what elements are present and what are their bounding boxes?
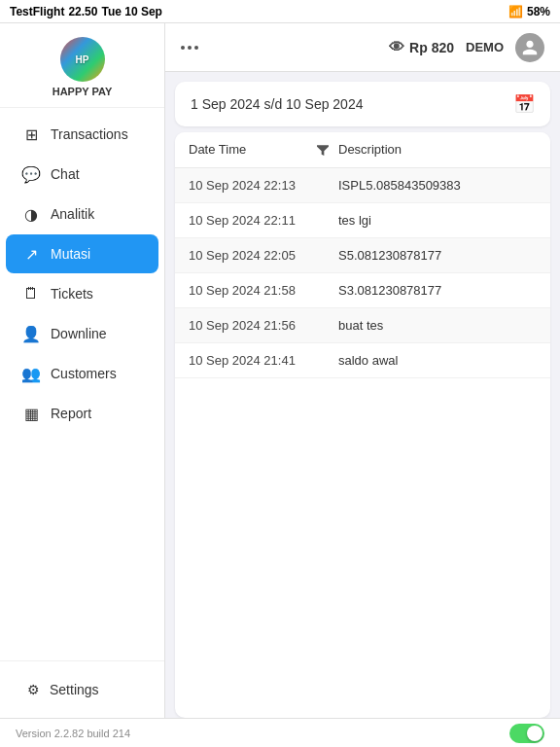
sidebar-label-analitik: Analitik	[51, 206, 94, 222]
row-description: tes lgi	[338, 213, 537, 228]
sidebar-label-chat: Chat	[51, 166, 80, 182]
battery-label: 58%	[527, 5, 550, 18]
customers-icon: 👥	[21, 364, 41, 383]
table-row[interactable]: 10 Sep 2024 21:56 buat tes	[175, 308, 550, 343]
settings-label: Settings	[50, 682, 99, 697]
table-body: 10 Sep 2024 22:13 ISPL5.085843509383 10 …	[175, 168, 550, 378]
sidebar-item-report[interactable]: ▦ Report	[6, 394, 158, 433]
row-datetime: 10 Sep 2024 22:11	[189, 213, 338, 228]
dot3	[194, 46, 198, 50]
sidebar-nav: ⊞ Transactions 💬 Chat ◑ Analitik ↗ Mutas…	[0, 108, 164, 660]
filter-icon[interactable]	[315, 142, 338, 158]
status-left: TestFlight 22.50 Tue 10 Sep	[10, 5, 162, 18]
content-area: 👁 Rp 820 DEMO 1 Sep 2024 s/d 10 Sep 2024…	[165, 23, 560, 718]
app-name: HAPPY PAY	[52, 86, 113, 97]
chat-icon: 💬	[21, 164, 41, 184]
app-name-label: TestFlight	[10, 5, 64, 18]
date-range-label: 1 Sep 2024 s/d 10 Sep 2024	[191, 96, 363, 112]
row-datetime: 10 Sep 2024 21:41	[189, 353, 338, 368]
table-row[interactable]: 10 Sep 2024 22:11 tes lgi	[175, 203, 550, 238]
sidebar-item-settings[interactable]: ⚙ Settings	[12, 672, 153, 707]
sidebar-item-chat[interactable]: 💬 Chat	[6, 155, 158, 194]
table-row[interactable]: 10 Sep 2024 21:58 S3.081230878177	[175, 273, 550, 308]
topbar-right: 👁 Rp 820 DEMO	[389, 33, 544, 62]
sidebar-label-transactions: Transactions	[51, 126, 128, 142]
report-icon: ▦	[21, 404, 41, 423]
sidebar-logo: HP HAPPY PAY	[0, 23, 164, 108]
calendar-icon: 📅	[513, 93, 535, 115]
table-row[interactable]: 10 Sep 2024 21:41 saldo awal	[175, 343, 550, 378]
more-menu-button[interactable]	[181, 46, 198, 50]
table-row[interactable]: 10 Sep 2024 22:05 S5.081230878177	[175, 238, 550, 273]
status-right: 📶 58%	[508, 5, 550, 18]
sidebar-bottom: ⚙ Settings	[0, 660, 164, 718]
row-description: S5.081230878177	[338, 248, 537, 263]
row-datetime: 10 Sep 2024 21:58	[189, 283, 338, 298]
sidebar-item-transactions[interactable]: ⊞ Transactions	[6, 115, 158, 154]
sidebar-item-downline[interactable]: 👤 Downline	[6, 314, 158, 353]
analitik-icon: ◑	[21, 204, 41, 224]
row-description: S3.081230878177	[338, 283, 537, 298]
row-description: saldo awal	[338, 353, 537, 368]
tickets-icon: 🗒	[21, 284, 41, 303]
gear-icon: ⚙	[27, 682, 40, 697]
sidebar-label-downline: Downline	[51, 326, 107, 341]
dot2	[188, 46, 192, 50]
row-datetime: 10 Sep 2024 21:56	[189, 318, 338, 333]
downline-icon: 👤	[21, 324, 41, 343]
dot1	[181, 46, 185, 50]
app-logo: HP	[60, 37, 105, 82]
sidebar-item-analitik[interactable]: ◑ Analitik	[6, 195, 158, 233]
balance-amount: Rp 820	[409, 40, 454, 55]
status-bar: TestFlight 22.50 Tue 10 Sep 📶 58%	[0, 0, 560, 23]
version-label: Version 2.2.82 build 214	[16, 728, 130, 739]
avatar[interactable]	[515, 33, 544, 62]
bottom-bar: Version 2.2.82 build 214	[0, 718, 560, 747]
sidebar-label-customers: Customers	[51, 366, 117, 381]
datetime-column-header: Date Time	[189, 142, 315, 158]
toggle-switch[interactable]	[509, 724, 544, 743]
transactions-icon: ⊞	[21, 124, 41, 144]
demo-badge: DEMO	[466, 40, 504, 54]
row-description: buat tes	[338, 318, 537, 333]
mutasi-table: Date Time Description 10 Sep 2024 22:13 …	[175, 132, 550, 718]
date-filter-bar[interactable]: 1 Sep 2024 s/d 10 Sep 2024 📅	[175, 82, 550, 126]
row-datetime: 10 Sep 2024 22:05	[189, 248, 338, 263]
topbar: 👁 Rp 820 DEMO	[165, 23, 560, 72]
table-row[interactable]: 10 Sep 2024 22:13 ISPL5.085843509383	[175, 168, 550, 203]
table-header: Date Time Description	[175, 132, 550, 168]
sidebar-item-mutasi[interactable]: ↗ Mutasi	[6, 234, 158, 273]
sidebar-label-mutasi: Mutasi	[51, 246, 90, 262]
wifi-icon: 📶	[508, 5, 523, 18]
sidebar-item-tickets[interactable]: 🗒 Tickets	[6, 274, 158, 313]
sidebar-item-customers[interactable]: 👥 Customers	[6, 354, 158, 393]
sidebar-label-tickets: Tickets	[51, 286, 93, 302]
sidebar-label-report: Report	[51, 406, 91, 421]
toggle-thumb	[527, 726, 542, 741]
eye-icon[interactable]: 👁	[389, 39, 404, 56]
row-description: ISPL5.085843509383	[338, 178, 537, 193]
row-datetime: 10 Sep 2024 22:13	[189, 178, 338, 193]
main-layout: HP HAPPY PAY ⊞ Transactions 💬 Chat ◑ Ana…	[0, 23, 560, 718]
description-column-header: Description	[338, 142, 537, 158]
mutasi-icon: ↗	[21, 244, 41, 264]
sidebar: HP HAPPY PAY ⊞ Transactions 💬 Chat ◑ Ana…	[0, 23, 165, 718]
status-date: Tue 10 Sep	[101, 5, 161, 18]
balance-display: 👁 Rp 820	[389, 39, 454, 56]
status-time: 22.50	[68, 5, 97, 18]
